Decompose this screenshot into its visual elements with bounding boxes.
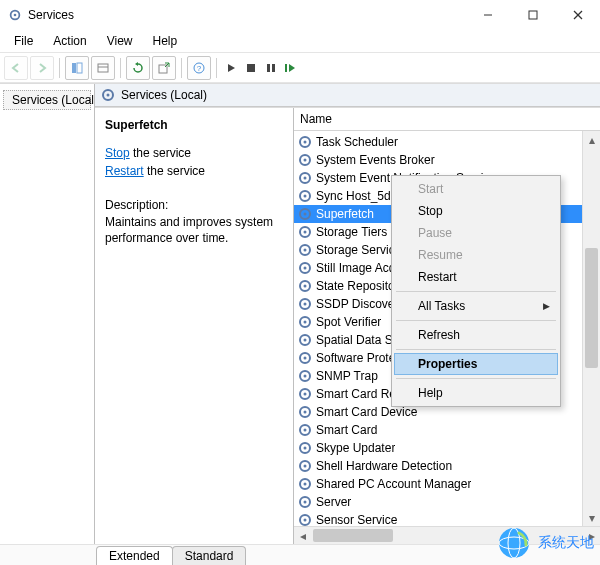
svg-text:?: ? [197, 64, 202, 73]
context-menu-stop[interactable]: Stop [394, 200, 558, 222]
context-menu-separator [396, 378, 556, 379]
svg-point-30 [304, 213, 307, 216]
minimize-button[interactable] [465, 0, 510, 30]
service-label: Task Scheduler [316, 135, 398, 149]
svg-point-54 [304, 429, 307, 432]
svg-point-48 [304, 375, 307, 378]
svg-point-46 [304, 357, 307, 360]
tab-extended[interactable]: Extended [96, 546, 173, 565]
service-row[interactable]: Shell Hardware Detection [294, 457, 600, 475]
context-menu-refresh[interactable]: Refresh [394, 324, 558, 346]
maximize-button[interactable] [510, 0, 555, 30]
forward-button[interactable] [30, 56, 54, 80]
menu-action[interactable]: Action [45, 32, 94, 50]
service-gear-icon [298, 171, 312, 185]
service-label: Sensor Service [316, 513, 397, 526]
context-menu-start[interactable]: Start [394, 178, 558, 200]
context-menu-all-tasks[interactable]: All Tasks ▶ [394, 295, 558, 317]
service-gear-icon [298, 333, 312, 347]
context-menu-properties[interactable]: Properties [394, 353, 558, 375]
svg-point-20 [107, 94, 110, 97]
export-list-button[interactable] [152, 56, 176, 80]
service-start-button[interactable] [222, 57, 240, 79]
description-text: Maintains and improves system performanc… [105, 214, 285, 246]
service-row[interactable]: Server [294, 493, 600, 511]
service-actions: Stop the service Restart the service [105, 144, 285, 180]
back-button[interactable] [4, 56, 28, 80]
svg-rect-6 [72, 63, 76, 73]
svg-rect-3 [529, 11, 537, 19]
svg-rect-15 [272, 64, 275, 72]
panel-header: Services (Local) [95, 84, 600, 107]
context-menu-pause[interactable]: Pause [394, 222, 558, 244]
svg-point-52 [304, 411, 307, 414]
column-header-name[interactable]: Name [294, 108, 600, 131]
hscroll-thumb[interactable] [313, 529, 393, 542]
context-menu-help[interactable]: Help [394, 382, 558, 404]
context-menu: Start Stop Pause Resume Restart All Task… [391, 175, 561, 407]
context-menu-restart[interactable]: Restart [394, 266, 558, 288]
svg-point-36 [304, 267, 307, 270]
scroll-right-arrow-icon[interactable]: ▸ [583, 529, 600, 543]
service-gear-icon [298, 189, 312, 203]
window-controls [465, 0, 600, 30]
service-label: Smart Card [316, 423, 377, 437]
tab-standard[interactable]: Standard [172, 546, 247, 565]
scroll-left-arrow-icon[interactable]: ◂ [294, 529, 311, 543]
service-gear-icon [298, 225, 312, 239]
service-label: SNMP Trap [316, 369, 378, 383]
vertical-scrollbar[interactable]: ▴ ▾ [582, 131, 600, 526]
service-label: Storage Service [316, 243, 401, 257]
close-button[interactable] [555, 0, 600, 30]
svg-point-1 [14, 14, 17, 17]
hscroll-track[interactable] [311, 527, 583, 544]
restart-service-link[interactable]: Restart [105, 164, 144, 178]
service-row[interactable]: Task Scheduler [294, 133, 600, 151]
service-row[interactable]: Smart Card [294, 421, 600, 439]
service-label: Spot Verifier [316, 315, 381, 329]
service-gear-icon [298, 423, 312, 437]
horizontal-scrollbar[interactable]: ◂ ▸ [294, 526, 600, 544]
tree-root-services[interactable]: Services (Local [3, 90, 91, 110]
service-row[interactable]: Shared PC Account Manager [294, 475, 600, 493]
service-gear-icon [298, 207, 312, 221]
menu-file[interactable]: File [6, 32, 41, 50]
service-label: Shared PC Account Manager [316, 477, 471, 491]
service-pause-button[interactable] [262, 57, 280, 79]
svg-point-34 [304, 249, 307, 252]
scroll-up-arrow-icon[interactable]: ▴ [583, 131, 600, 148]
context-menu-resume[interactable]: Resume [394, 244, 558, 266]
menu-help[interactable]: Help [145, 32, 186, 50]
svg-rect-7 [77, 63, 82, 73]
detail-pane: Superfetch Stop the service Restart the … [95, 108, 294, 544]
help-toolbar-button[interactable]: ? [187, 56, 211, 80]
svg-point-56 [304, 447, 307, 450]
service-gear-icon [298, 405, 312, 419]
scroll-down-arrow-icon[interactable]: ▾ [583, 509, 600, 526]
svg-rect-8 [98, 64, 108, 72]
service-gear-icon [298, 297, 312, 311]
svg-point-62 [304, 501, 307, 504]
refresh-button[interactable] [126, 56, 150, 80]
svg-rect-13 [247, 64, 255, 72]
scroll-track[interactable] [583, 148, 600, 509]
service-restart-button[interactable] [282, 57, 300, 79]
service-gear-icon [298, 243, 312, 257]
show-hide-tree-button[interactable] [65, 56, 89, 80]
properties-toolbar-button[interactable] [91, 56, 115, 80]
service-stop-button[interactable] [242, 57, 260, 79]
scroll-thumb[interactable] [585, 248, 598, 368]
toolbar: ? [0, 52, 600, 83]
service-label: Server [316, 495, 351, 509]
title-bar: Services [0, 0, 600, 30]
service-label: Skype Updater [316, 441, 395, 455]
service-row[interactable]: Sensor Service [294, 511, 600, 526]
service-row[interactable]: System Events Broker [294, 151, 600, 169]
submenu-arrow-icon: ▶ [543, 301, 550, 311]
menu-view[interactable]: View [99, 32, 141, 50]
service-gear-icon [298, 135, 312, 149]
service-row[interactable]: Skype Updater [294, 439, 600, 457]
service-gear-icon [298, 153, 312, 167]
stop-service-link[interactable]: Stop [105, 146, 130, 160]
service-label: Smart Card Device [316, 405, 417, 419]
